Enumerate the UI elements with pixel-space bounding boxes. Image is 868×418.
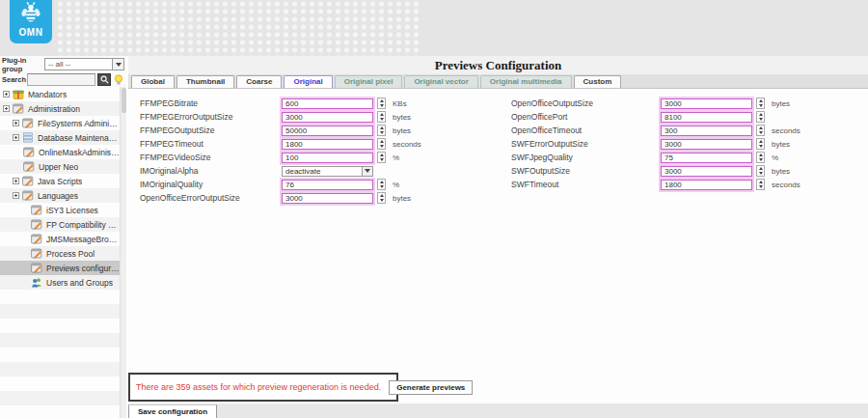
plugin-group-dropdown-button[interactable] [112, 59, 123, 70]
tab[interactable]: Custom [574, 75, 622, 88]
field-value[interactable] [662, 99, 751, 108]
field-input[interactable] [661, 153, 752, 163]
spinner-down-button[interactable] [378, 184, 385, 189]
expand-toggle-icon[interactable] [3, 91, 10, 98]
tab[interactable]: Global [131, 75, 175, 88]
scrollbar-thumb[interactable] [122, 88, 126, 113]
tree-item-label: Mandators [28, 90, 67, 99]
search-button[interactable] [97, 73, 111, 86]
tree-item[interactable]: Mandators [0, 87, 120, 101]
tab[interactable]: Thumbnail [176, 75, 234, 88]
field-input[interactable] [282, 98, 373, 109]
tree-item[interactable]: OnlineMaskAdministration [0, 145, 120, 159]
field-value[interactable] [662, 126, 751, 135]
field-input[interactable] [282, 166, 373, 177]
lightbulb-icon[interactable] [113, 73, 124, 86]
field-input[interactable] [661, 166, 752, 177]
spinner-down-button[interactable] [757, 117, 764, 122]
field-value[interactable] [283, 99, 372, 108]
field-input[interactable] [282, 153, 373, 163]
field-row: SWFErrorOutputSize bytes [511, 137, 800, 151]
field-unit: bytes [393, 194, 411, 203]
tree-item[interactable]: Users and Groups [0, 275, 120, 290]
tree-item[interactable]: FP Compatibility check [0, 217, 120, 232]
chevron-down-icon [365, 169, 370, 173]
field-value[interactable] [283, 181, 372, 189]
field-value[interactable] [662, 113, 751, 122]
spinner-down-button[interactable] [757, 184, 764, 189]
field-value[interactable] [283, 194, 372, 203]
field-input[interactable] [661, 98, 752, 109]
tree-item[interactable]: Java Scripts [0, 174, 120, 188]
tree-item-label: Previews configuration [46, 264, 120, 273]
expand-toggle-icon[interactable] [13, 178, 19, 184]
spinner-down-button[interactable] [378, 157, 385, 162]
spinner-down-button[interactable] [757, 130, 764, 135]
field-value[interactable] [283, 126, 372, 135]
expand-toggle-icon[interactable] [13, 192, 19, 199]
field-row: OpenOfficeErrorOutputSize bytes [140, 191, 421, 205]
field-input[interactable] [282, 125, 373, 136]
spinner-down-button[interactable] [378, 130, 385, 135]
field-value[interactable] [283, 153, 372, 162]
field-input[interactable] [661, 112, 752, 123]
tree-item[interactable]: Languages [0, 188, 120, 203]
tree-item[interactable]: Previews configuration [0, 261, 120, 275]
tree-item[interactable]: FileSystems Administration [0, 116, 120, 130]
spinner-down-button[interactable] [757, 103, 764, 108]
tree-item-label: Users and Groups [46, 278, 113, 288]
spinner [377, 125, 386, 136]
expand-toggle-icon[interactable] [13, 134, 19, 141]
tab[interactable]: Original pixel [335, 75, 403, 88]
field-value[interactable] [662, 167, 751, 176]
field-input[interactable] [661, 180, 752, 190]
expand-toggle-icon[interactable] [13, 120, 19, 126]
field-value[interactable] [662, 181, 751, 189]
app-header: OMN [0, 0, 868, 56]
tab[interactable]: Original multimedia [480, 75, 572, 88]
tree-item[interactable]: Database Maintenance [0, 130, 120, 145]
field-input[interactable] [282, 139, 373, 150]
field-value[interactable] [283, 167, 362, 176]
field-value[interactable] [283, 113, 372, 122]
plugin-group-select[interactable]: -- all -- [44, 58, 124, 70]
search-input[interactable] [27, 73, 95, 86]
tree-item[interactable]: Upper Neo [0, 159, 120, 174]
tree-item[interactable]: Process Pool [0, 246, 120, 261]
spinner-down-button[interactable] [378, 198, 385, 203]
tab[interactable]: Coarse [236, 75, 282, 88]
tab[interactable]: Original [284, 75, 332, 88]
field-row: FFMPEGTimeout seconds [140, 137, 421, 151]
field-value[interactable] [662, 140, 751, 149]
dropdown-button[interactable] [362, 167, 372, 176]
spinner-down-button[interactable] [378, 144, 385, 149]
field-value[interactable] [283, 140, 372, 149]
generate-previews-button[interactable]: Generate previews [389, 380, 473, 395]
field-label: FFMPEGOutputSize [140, 125, 282, 135]
field-row: IMOriginalAlpha [140, 164, 421, 178]
field-input[interactable] [282, 112, 373, 123]
field-input[interactable] [661, 125, 752, 136]
spinner-down-button[interactable] [757, 171, 764, 176]
tree-item[interactable]: Administration [0, 101, 120, 116]
field-input[interactable] [282, 193, 373, 204]
tree-item-label: Languages [38, 191, 78, 201]
application-mask-icon [31, 263, 42, 273]
sidebar-scrollbar[interactable] [120, 87, 126, 418]
expand-toggle-icon[interactable] [3, 105, 10, 112]
spinner-down-button[interactable] [378, 103, 385, 108]
field-label: SWFTimeout [511, 180, 661, 189]
field-unit: bytes [772, 140, 790, 149]
field-input[interactable] [282, 180, 373, 190]
field-input[interactable] [661, 139, 752, 150]
save-configuration-button[interactable]: Save configuration [128, 404, 217, 418]
tab[interactable]: Original vector [404, 75, 477, 88]
field-unit: bytes [772, 167, 790, 176]
spinner-down-button[interactable] [378, 117, 385, 122]
field-value[interactable] [662, 153, 751, 162]
tree-item[interactable]: iSY3 Licenses [0, 203, 120, 217]
spinner-down-button[interactable] [757, 144, 764, 149]
field-label: SWFErrorOutputSize [511, 139, 661, 149]
tree-item[interactable]: JMSMessageBroker [0, 232, 120, 246]
spinner-down-button[interactable] [757, 157, 764, 162]
